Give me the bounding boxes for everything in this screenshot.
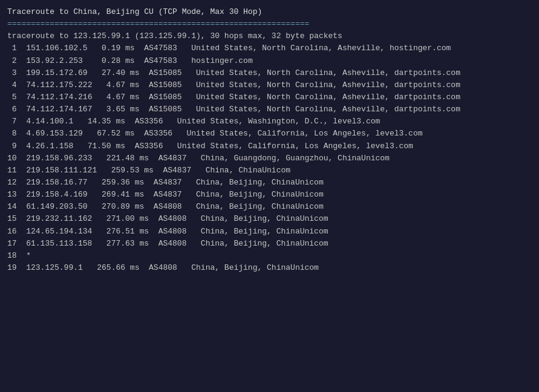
traceroute-line-6: 5 74.112.174.216 4.67 ms AS15085 United … (7, 91, 532, 103)
traceroute-output: traceroute to 123.125.99.1 (123.125.99.1… (7, 30, 532, 274)
separator-line: ========================================… (7, 18, 532, 30)
traceroute-line-17: 16 124.65.194.134 276.51 ms AS4808 China… (7, 226, 532, 238)
traceroute-line-10: 9 4.26.1.158 71.50 ms AS3356 United Stat… (7, 140, 532, 152)
traceroute-line-15: 14 61.149.203.50 270.89 ms AS4808 China,… (7, 201, 532, 213)
traceroute-line-2: 1 151.106.102.5 0.19 ms AS47583 United S… (7, 42, 532, 54)
traceroute-line-11: 10 219.158.96.233 221.48 ms AS4837 China… (7, 152, 532, 165)
traceroute-line-1: traceroute to 123.125.99.1 (123.125.99.1… (7, 30, 532, 42)
title-line: Traceroute to China, Beijing CU (TCP Mod… (7, 6, 532, 18)
traceroute-line-3: 2 153.92.2.253 0.28 ms AS47583 hostinger… (7, 55, 532, 67)
traceroute-line-16: 15 219.232.11.162 271.00 ms AS4808 China… (7, 213, 532, 225)
traceroute-line-13: 12 219.158.16.77 259.36 ms AS4837 China,… (7, 177, 532, 189)
traceroute-line-20: 19 123.125.99.1 265.66 ms AS4808 China, … (7, 262, 532, 274)
traceroute-line-9: 8 4.69.153.129 67.52 ms AS3356 United St… (7, 128, 532, 140)
terminal-window: Traceroute to China, Beijing CU (TCP Mod… (7, 6, 532, 274)
traceroute-line-7: 6 74.112.174.167 3.65 ms AS15085 United … (7, 103, 532, 116)
traceroute-line-18: 17 61.135.113.158 277.63 ms AS4808 China… (7, 238, 532, 250)
traceroute-line-4: 3 199.15.172.69 27.40 ms AS15085 United … (7, 67, 532, 79)
traceroute-line-19: 18 * (7, 250, 532, 262)
traceroute-line-5: 4 74.112.175.222 4.67 ms AS15085 United … (7, 79, 532, 91)
traceroute-line-8: 7 4.14.100.1 14.35 ms AS3356 United Stat… (7, 116, 532, 128)
traceroute-line-12: 11 219.158.111.121 259.53 ms AS4837 Chin… (7, 165, 532, 177)
traceroute-line-14: 13 219.158.4.169 269.41 ms AS4837 China,… (7, 189, 532, 201)
